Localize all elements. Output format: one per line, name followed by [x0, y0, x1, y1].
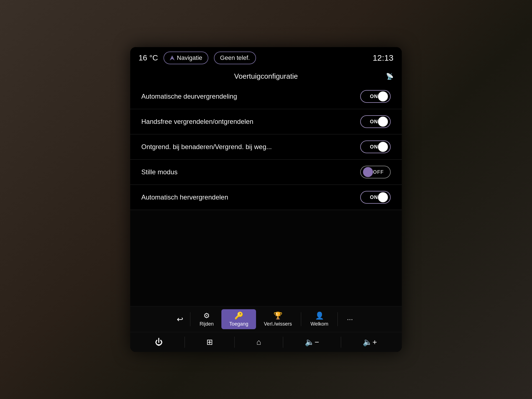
rijden-label: Rijden	[200, 321, 214, 327]
toggle-knob-auto-lock	[378, 91, 388, 101]
toggle-auto-relock[interactable]: ON	[360, 191, 391, 204]
setting-row-auto-lock[interactable]: Automatische deurvergrendeling ON	[130, 84, 402, 109]
toggle-label-handsfree: ON	[370, 119, 378, 125]
temperature-display: 16 °C	[139, 53, 158, 62]
vol-up-button[interactable]: 🔈+	[357, 336, 382, 348]
setting-row-silent-mode[interactable]: Stille modus OFF	[130, 160, 402, 185]
setting-label-proximity: Ontgrend. bij benaderen/Vergrend. bij we…	[141, 143, 272, 151]
rijden-icon: ⚙	[203, 311, 210, 320]
navigation-button[interactable]: Navigatie	[163, 52, 208, 64]
toggle-silent-mode[interactable]: OFF	[360, 166, 391, 178]
nav-divider-1	[190, 312, 190, 326]
toggle-knob-auto-relock	[378, 192, 388, 202]
toegang-icon: 🔑	[234, 311, 243, 320]
system-bar: ⏻ ⊞ ⌂ 🔈− 🔈+	[130, 332, 402, 352]
back-button[interactable]: ↩	[171, 312, 189, 327]
setting-row-handsfree[interactable]: Handsfree vergrendelen/ontgrendelen ON	[130, 109, 402, 134]
navigation-icon	[170, 55, 175, 60]
page-header: Voertuigconfiguratie 📡	[130, 69, 402, 84]
toggle-handsfree[interactable]: ON	[360, 115, 391, 128]
toggle-label-silent-mode: OFF	[373, 169, 384, 175]
phone-label: Geen telef.	[220, 54, 250, 61]
antenna-icon: 📡	[386, 73, 393, 80]
screen: 16 °C Navigatie Geen telef. 12:13 Voertu…	[130, 47, 402, 352]
toggle-knob-proximity	[378, 142, 388, 152]
screen-reflection-area	[130, 210, 402, 306]
toggle-label-auto-relock: ON	[370, 195, 378, 200]
page-title: Voertuigconfiguratie	[234, 72, 298, 81]
bottom-nav: ↩ ⚙ Rijden 🔑 Toegang 🏆 Verl./wissers 👤 W…	[130, 306, 402, 332]
toggle-label-auto-lock: ON	[370, 94, 378, 99]
sys-divider-4	[341, 337, 341, 348]
nav-divider-2	[301, 312, 301, 326]
navigation-label: Navigatie	[177, 54, 202, 62]
status-left: 16 °C Navigatie Geen telef.	[139, 52, 256, 64]
toggle-knob-silent-mode	[363, 167, 373, 177]
clock-display: 12:13	[373, 53, 393, 63]
welkom-icon: 👤	[315, 311, 324, 320]
setting-row-auto-relock[interactable]: Automatisch hervergrendelen ON	[130, 185, 402, 210]
setting-label-auto-relock: Automatisch hervergrendelen	[141, 193, 228, 201]
power-button[interactable]: ⏻	[149, 336, 168, 348]
welkom-label: Welkom	[310, 321, 328, 327]
sys-divider-1	[185, 337, 185, 348]
setting-row-proximity[interactable]: Ontgrend. bij benaderen/Vergrend. bij we…	[130, 134, 402, 160]
status-bar: 16 °C Navigatie Geen telef. 12:13	[130, 47, 402, 69]
toggle-label-proximity: ON	[370, 144, 378, 150]
nav-tab-welkom[interactable]: 👤 Welkom	[303, 309, 336, 329]
screen-bezel: 16 °C Navigatie Geen telef. 12:13 Voertu…	[130, 47, 402, 352]
toggle-proximity[interactable]: ON	[360, 140, 391, 153]
sys-divider-2	[234, 337, 235, 348]
settings-list: Automatische deurvergrendeling ON Handsf…	[130, 84, 402, 210]
grid-button[interactable]: ⊞	[201, 336, 218, 348]
vol-down-button[interactable]: 🔈−	[299, 336, 324, 348]
setting-label-handsfree: Handsfree vergrendelen/ontgrendelen	[141, 118, 253, 126]
nav-tab-toegang[interactable]: 🔑 Toegang	[221, 309, 256, 329]
home-button[interactable]: ⌂	[251, 336, 267, 348]
verl-wissers-label: Verl./wissers	[264, 321, 292, 327]
nav-divider-3	[337, 312, 338, 326]
nav-tab-verl-wissers[interactable]: 🏆 Verl./wissers	[256, 309, 300, 329]
toggle-auto-lock[interactable]: ON	[360, 90, 391, 103]
toegang-label: Toegang	[229, 321, 248, 327]
phone-button[interactable]: Geen telef.	[214, 52, 256, 64]
setting-label-silent-mode: Stille modus	[141, 168, 178, 176]
verl-wissers-icon: 🏆	[273, 311, 282, 320]
more-icon: ···	[347, 315, 353, 324]
toggle-knob-handsfree	[378, 117, 388, 127]
nav-tab-more[interactable]: ···	[339, 313, 361, 326]
setting-label-auto-lock: Automatische deurvergrendeling	[141, 93, 237, 100]
sys-divider-3	[283, 337, 283, 348]
nav-tab-rijden[interactable]: ⚙ Rijden	[192, 309, 221, 329]
